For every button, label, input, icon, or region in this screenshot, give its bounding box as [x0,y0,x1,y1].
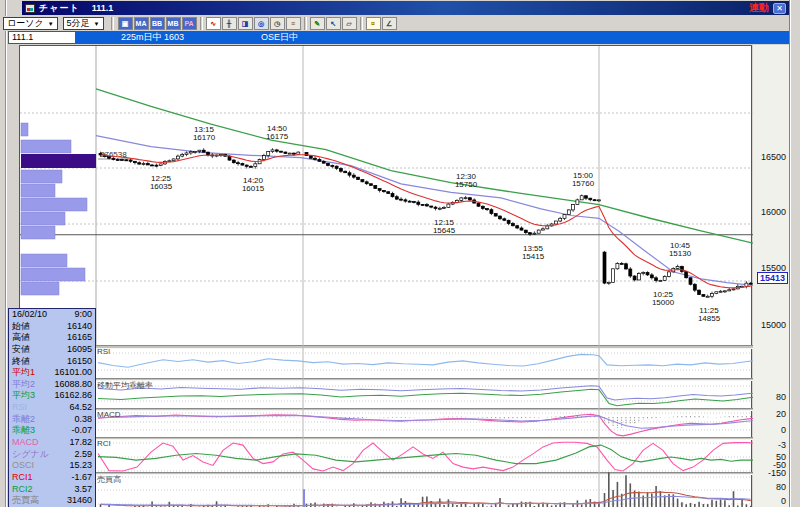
data-panel-value: 17.82 [69,437,92,449]
axis-label: 80 [776,392,786,402]
data-panel-row: 乖離20.38 [9,414,95,426]
bb-indicator-icon[interactable]: BB [150,17,165,30]
data-panel-label: 終値 [12,356,30,368]
window-right-border [789,0,800,507]
axis-label: 16000 [761,207,786,217]
ma-indicator-icon[interactable]: MA [134,17,149,30]
search-key-icon[interactable]: ¤ [366,17,381,30]
data-panel-value: 16165 [67,332,92,344]
data-panel-row: 16/02/109:00 [9,309,95,321]
data-panel-value: 0.38 [74,414,92,426]
session-info-bar: 225m日中 1603 OSE日中 [76,31,789,44]
data-panel-value: 16095 [67,344,92,356]
data-panel-value: 16162.86 [54,390,92,402]
indicator-settings-icon[interactable]: ≡ [286,17,301,30]
current-price-badge: 15413 [757,272,788,284]
toolbar-separator [111,17,114,30]
data-panel-row: 平均116101.00 [9,367,95,379]
data-panel-row: 高値16165 [9,332,95,344]
eraser-icon[interactable]: ▱ [342,17,357,30]
svg-text:16035: 16035 [150,182,173,191]
title-bar: チャート 111.1 連動 ✕ [22,1,789,15]
data-panel-label: 平均2 [12,379,35,391]
clock-icon[interactable]: ◷ [270,17,285,30]
panel-label-rci: RCI [97,439,111,448]
linked-toggle[interactable]: 連動 [749,1,769,15]
data-panel-row: RCI23.57 [9,484,95,496]
mb-indicator-icon[interactable]: MB [166,17,181,30]
data-panel-value: 16150 [67,356,92,368]
data-panel-label: 平均3 [12,390,35,402]
data-panel-label: RCI2 [12,484,33,496]
svg-text:16015: 16015 [242,184,265,193]
data-panel-label: 16/02/10 [12,309,47,321]
axis-label: 20 [776,409,786,419]
data-panel-label: 高値 [12,332,30,344]
panel-label-rsi: RSI [97,347,110,356]
data-panel-row: 平均316162.86 [9,390,95,402]
data-panel-value: 16088.80 [54,379,92,391]
draw-line-icon[interactable]: ✎ [310,17,325,30]
axis-label: -3 [778,440,786,450]
chart-canvas[interactable]: 37653812:251603513:151617014:201601514:5… [20,46,753,507]
data-panel-row: MACD17.82 [9,437,95,449]
svg-text:15415: 15415 [522,252,545,261]
close-button[interactable]: ✕ [773,3,786,14]
data-panel-label: シグナル [12,449,49,461]
chart-type-dropdown[interactable]: ローソク ▼ [3,17,58,30]
axis-label: 0 [781,496,786,506]
timeframe-label: 5分足 [67,17,90,30]
data-panel-row: RCI1-1.67 [9,472,95,484]
data-panel-label: MACD [12,437,39,449]
timeframe-dropdown[interactable]: 5分足 ▼ [63,17,104,30]
axis-label: 80 [776,482,786,492]
panel-label-volume: 売買高 [97,474,121,485]
data-panel-row: 終値16150 [9,356,95,368]
info-bar: 111.1 225m日中 1603 OSE日中 [6,31,789,44]
data-panel-label: 売買高 [12,495,39,507]
chart-mode-icon[interactable]: ◨ [238,17,253,30]
line-chart-icon[interactable]: ∿ [206,17,221,30]
data-panel-label: OSCI [12,460,34,472]
svg-text:14855: 14855 [698,314,721,323]
data-panel-label: RCI1 [12,472,33,484]
data-panel-row: シグナル2.59 [9,449,95,461]
pa-indicator-icon[interactable]: PA [182,17,197,30]
zoom-icon[interactable]: ◎ [254,17,269,30]
chart-link-icon[interactable]: ▣ [118,17,133,30]
chart-window-icon [25,4,35,13]
data-panel-label: 乖離3 [12,425,35,437]
price-axis: 165001600015500154131500080200-350-50-15… [753,45,789,507]
data-panel-label: 始値 [12,321,30,333]
data-panel-row: RSI64.52 [9,402,95,414]
data-panel-value: 31460 [67,495,92,507]
axis-label: 15000 [761,320,786,330]
data-panel-row: 始値16140 [9,321,95,333]
toolbar-separator [200,17,203,30]
toolbar-separator [304,17,307,30]
axis-label: -150 [768,468,786,478]
data-panel-value: 64.52 [69,402,92,414]
data-panel-value: 3.57 [74,484,92,496]
chevron-down-icon: ▼ [48,21,54,27]
chart-area[interactable]: 37653812:251603513:151617014:201601514:5… [19,45,752,507]
data-panel-row: 安値16095 [9,344,95,356]
data-panel-value: 15.23 [69,460,92,472]
axis-label: 0 [781,425,786,435]
svg-text:16175: 16175 [266,132,289,141]
session-label: 225m日中 1603 [121,31,184,44]
candlestick-chart-icon[interactable]: ╫ [222,17,237,30]
ruler-icon[interactable]: ∠ [382,17,397,30]
symbol-code-field[interactable]: 111.1 [8,31,76,44]
data-panel-value: 2.59 [74,449,92,461]
window-left-border [5,0,6,507]
svg-text:15130: 15130 [669,249,692,258]
data-panel-label: 乖離2 [12,414,35,426]
chevron-down-icon: ▼ [94,21,100,27]
svg-text:16170: 16170 [193,133,216,142]
data-panel-value: 9:00 [74,309,92,321]
data-panel-value: 16101.00 [54,367,92,379]
svg-text:15750: 15750 [455,180,478,189]
cursor-icon[interactable]: ↖ [326,17,341,30]
panel-label-kairi: 移動平均乖離率 [97,380,153,391]
